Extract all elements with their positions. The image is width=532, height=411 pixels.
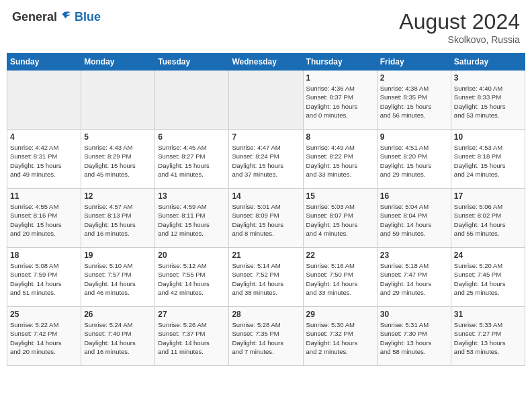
calendar-cell [155, 71, 229, 130]
calendar-week-row: 11Sunrise: 4:55 AM Sunset: 8:16 PM Dayli… [7, 189, 525, 248]
day-of-week-header: Wednesday [229, 54, 303, 71]
day-info: Sunrise: 4:45 AM Sunset: 8:27 PM Dayligh… [158, 143, 226, 179]
day-info: Sunrise: 4:57 AM Sunset: 8:13 PM Dayligh… [84, 202, 152, 238]
calendar-cell: 28Sunrise: 5:28 AM Sunset: 7:35 PM Dayli… [229, 307, 303, 366]
month-year-title: August 2024 [399, 9, 520, 34]
calendar-cell: 9Sunrise: 4:51 AM Sunset: 8:20 PM Daylig… [377, 130, 451, 189]
day-of-week-header: Saturday [451, 54, 525, 71]
day-number: 7 [232, 132, 300, 142]
calendar-cell: 19Sunrise: 5:10 AM Sunset: 7:57 PM Dayli… [81, 248, 155, 307]
calendar-cell: 13Sunrise: 4:59 AM Sunset: 8:11 PM Dayli… [155, 189, 229, 248]
page-header: General Blue August 2024 Skolkovo, Russi… [7, 7, 525, 48]
day-info: Sunrise: 5:30 AM Sunset: 7:32 PM Dayligh… [306, 320, 374, 356]
title-block: August 2024 Skolkovo, Russia [399, 9, 520, 45]
day-info: Sunrise: 4:47 AM Sunset: 8:24 PM Dayligh… [232, 143, 300, 179]
logo: General Blue [12, 9, 101, 24]
logo-blue-text: Blue [75, 10, 101, 24]
day-number: 15 [306, 191, 374, 201]
calendar-cell: 17Sunrise: 5:06 AM Sunset: 8:02 PM Dayli… [451, 189, 525, 248]
day-info: Sunrise: 5:12 AM Sunset: 7:55 PM Dayligh… [158, 261, 226, 297]
day-number: 6 [158, 132, 226, 142]
day-info: Sunrise: 4:36 AM Sunset: 8:37 PM Dayligh… [306, 84, 374, 120]
calendar-cell: 4Sunrise: 4:42 AM Sunset: 8:31 PM Daylig… [7, 130, 81, 189]
day-info: Sunrise: 5:31 AM Sunset: 7:30 PM Dayligh… [380, 320, 448, 356]
day-info: Sunrise: 4:55 AM Sunset: 8:16 PM Dayligh… [10, 202, 78, 238]
calendar-week-row: 4Sunrise: 4:42 AM Sunset: 8:31 PM Daylig… [7, 130, 525, 189]
day-info: Sunrise: 5:06 AM Sunset: 8:02 PM Dayligh… [454, 202, 522, 238]
calendar-cell: 27Sunrise: 5:26 AM Sunset: 7:37 PM Dayli… [155, 307, 229, 366]
day-number: 16 [380, 191, 448, 201]
day-info: Sunrise: 4:42 AM Sunset: 8:31 PM Dayligh… [10, 143, 78, 179]
day-number: 10 [454, 132, 522, 142]
day-info: Sunrise: 4:53 AM Sunset: 8:18 PM Dayligh… [454, 143, 522, 179]
day-info: Sunrise: 4:49 AM Sunset: 8:22 PM Dayligh… [306, 143, 374, 179]
calendar-cell: 11Sunrise: 4:55 AM Sunset: 8:16 PM Dayli… [7, 189, 81, 248]
calendar-cell: 16Sunrise: 5:04 AM Sunset: 8:04 PM Dayli… [377, 189, 451, 248]
calendar-cell: 23Sunrise: 5:18 AM Sunset: 7:47 PM Dayli… [377, 248, 451, 307]
calendar-cell: 22Sunrise: 5:16 AM Sunset: 7:50 PM Dayli… [303, 248, 377, 307]
day-info: Sunrise: 5:04 AM Sunset: 8:04 PM Dayligh… [380, 202, 448, 238]
header-row: SundayMondayTuesdayWednesdayThursdayFrid… [7, 54, 525, 71]
calendar-cell: 1Sunrise: 4:36 AM Sunset: 8:37 PM Daylig… [303, 71, 377, 130]
day-number: 1 [306, 73, 374, 83]
day-of-week-header: Friday [377, 54, 451, 71]
calendar-cell [81, 71, 155, 130]
calendar-cell: 3Sunrise: 4:40 AM Sunset: 8:33 PM Daylig… [451, 71, 525, 130]
calendar-cell: 6Sunrise: 4:45 AM Sunset: 8:27 PM Daylig… [155, 130, 229, 189]
calendar-cell: 7Sunrise: 4:47 AM Sunset: 8:24 PM Daylig… [229, 130, 303, 189]
day-number: 27 [158, 310, 226, 319]
logo-bird-icon [58, 9, 73, 24]
calendar-week-row: 25Sunrise: 5:22 AM Sunset: 7:42 PM Dayli… [7, 307, 525, 366]
day-info: Sunrise: 5:10 AM Sunset: 7:57 PM Dayligh… [84, 261, 152, 297]
calendar-cell: 15Sunrise: 5:03 AM Sunset: 8:07 PM Dayli… [303, 189, 377, 248]
day-of-week-header: Monday [81, 54, 155, 71]
day-number: 29 [306, 310, 374, 319]
location-subtitle: Skolkovo, Russia [399, 34, 520, 45]
day-number: 23 [380, 250, 448, 260]
logo-general-text: General [12, 10, 57, 24]
day-of-week-header: Sunday [7, 54, 81, 71]
day-info: Sunrise: 4:38 AM Sunset: 8:35 PM Dayligh… [380, 84, 448, 120]
day-number: 28 [232, 310, 300, 319]
day-number: 25 [10, 310, 78, 319]
day-info: Sunrise: 4:43 AM Sunset: 8:29 PM Dayligh… [84, 143, 152, 179]
day-number: 26 [84, 310, 152, 319]
day-number: 9 [380, 132, 448, 142]
day-info: Sunrise: 5:01 AM Sunset: 8:09 PM Dayligh… [232, 202, 300, 238]
day-number: 21 [232, 250, 300, 260]
day-info: Sunrise: 5:16 AM Sunset: 7:50 PM Dayligh… [306, 261, 374, 297]
day-number: 13 [158, 191, 226, 201]
day-number: 31 [454, 310, 522, 319]
day-number: 11 [10, 191, 78, 201]
calendar-cell: 5Sunrise: 4:43 AM Sunset: 8:29 PM Daylig… [81, 130, 155, 189]
day-info: Sunrise: 5:24 AM Sunset: 7:40 PM Dayligh… [84, 320, 152, 356]
calendar-cell: 21Sunrise: 5:14 AM Sunset: 7:52 PM Dayli… [229, 248, 303, 307]
calendar-cell [7, 71, 81, 130]
day-number: 8 [306, 132, 374, 142]
day-info: Sunrise: 5:20 AM Sunset: 7:45 PM Dayligh… [454, 261, 522, 297]
day-of-week-header: Thursday [303, 54, 377, 71]
calendar-week-row: 18Sunrise: 5:08 AM Sunset: 7:59 PM Dayli… [7, 248, 525, 307]
day-number: 20 [158, 250, 226, 260]
day-info: Sunrise: 5:18 AM Sunset: 7:47 PM Dayligh… [380, 261, 448, 297]
day-of-week-header: Tuesday [155, 54, 229, 71]
calendar-cell: 14Sunrise: 5:01 AM Sunset: 8:09 PM Dayli… [229, 189, 303, 248]
calendar-cell [229, 71, 303, 130]
day-info: Sunrise: 5:08 AM Sunset: 7:59 PM Dayligh… [10, 261, 78, 297]
day-number: 2 [380, 73, 448, 83]
day-info: Sunrise: 4:51 AM Sunset: 8:20 PM Dayligh… [380, 143, 448, 179]
calendar-cell: 24Sunrise: 5:20 AM Sunset: 7:45 PM Dayli… [451, 248, 525, 307]
calendar-cell: 26Sunrise: 5:24 AM Sunset: 7:40 PM Dayli… [81, 307, 155, 366]
day-info: Sunrise: 5:14 AM Sunset: 7:52 PM Dayligh… [232, 261, 300, 297]
calendar-cell: 18Sunrise: 5:08 AM Sunset: 7:59 PM Dayli… [7, 248, 81, 307]
day-number: 5 [84, 132, 152, 142]
calendar-week-row: 1Sunrise: 4:36 AM Sunset: 8:37 PM Daylig… [7, 71, 525, 130]
day-number: 14 [232, 191, 300, 201]
calendar-cell: 30Sunrise: 5:31 AM Sunset: 7:30 PM Dayli… [377, 307, 451, 366]
day-number: 4 [10, 132, 78, 142]
calendar-cell: 25Sunrise: 5:22 AM Sunset: 7:42 PM Dayli… [7, 307, 81, 366]
day-number: 18 [10, 250, 78, 260]
calendar-cell: 20Sunrise: 5:12 AM Sunset: 7:55 PM Dayli… [155, 248, 229, 307]
calendar-cell: 29Sunrise: 5:30 AM Sunset: 7:32 PM Dayli… [303, 307, 377, 366]
day-number: 19 [84, 250, 152, 260]
